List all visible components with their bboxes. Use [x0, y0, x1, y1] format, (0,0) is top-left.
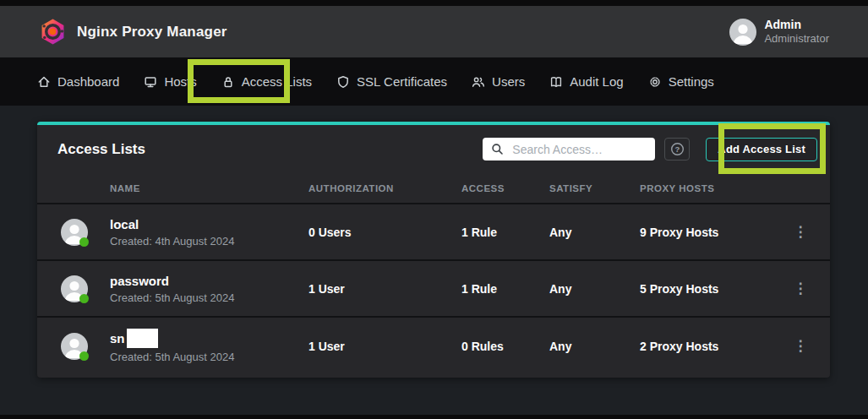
user-menu[interactable]: Admin Administrator [729, 18, 829, 46]
panel-header: Access Lists ? Add Access List [37, 125, 830, 173]
nav-item-ssl-certificates[interactable]: SSL Certificates [336, 74, 447, 89]
svg-text:?: ? [674, 144, 680, 154]
nav-label: Audit Log [570, 74, 623, 89]
nav-item-access-lists[interactable]: Access Lists [221, 74, 312, 89]
brand-link[interactable]: Nginx Proxy Manager [41, 19, 227, 45]
user-role: Administrator [764, 32, 829, 46]
access-value: 1 Rule [461, 226, 549, 239]
authorization-value: 0 Users [308, 226, 461, 239]
table-header-row: Name Authorization Access Satisfy Proxy … [37, 173, 830, 204]
add-access-list-button[interactable]: Add Access List [706, 138, 817, 161]
nav-item-dashboard[interactable]: Dashboard [37, 74, 119, 89]
access-value: 1 Rule [461, 282, 549, 296]
access-list-name: local [110, 216, 139, 233]
created-date: Created: 4th August 2024 [110, 235, 308, 248]
search-box [483, 138, 655, 161]
app-header: Nginx Proxy Manager Admin Administrator [0, 6, 868, 57]
nav-item-hosts[interactable]: Hosts [144, 74, 196, 89]
column-header-access: Access [461, 183, 549, 193]
nav-label: Users [492, 74, 525, 89]
satisfy-value: Any [549, 226, 640, 239]
nav-item-settings[interactable]: Settings [648, 74, 714, 89]
nav-label: Dashboard [57, 74, 119, 89]
nav-item-audit-log[interactable]: Audit Log [549, 74, 623, 89]
nav-label: Hosts [164, 74, 196, 89]
access-lists-panel: Access Lists ? Add Access List Name Auth… [37, 122, 830, 378]
row-menu-kebab-icon[interactable]: ⋮ [787, 280, 815, 297]
table-row-redacted[interactable]: sn Created: 5th August 2024 1 User 0 Rul… [37, 318, 830, 374]
window-top-edge [0, 0, 868, 6]
proxy-hosts-value: 2 Proxy Hosts [640, 340, 771, 353]
access-list-avatar [61, 219, 88, 246]
app-title: Nginx Proxy Manager [77, 24, 227, 41]
online-status-dot [79, 237, 89, 247]
user-avatar [729, 19, 756, 46]
window-bottom-edge [0, 415, 868, 419]
access-list-name: sn [110, 330, 125, 347]
satisfy-value: Any [549, 340, 640, 353]
access-value: 0 Rules [461, 340, 549, 353]
nav-item-users[interactable]: Users [472, 74, 525, 89]
online-status-dot [79, 351, 89, 361]
column-header-name: Name [110, 183, 308, 193]
search-input[interactable] [483, 138, 655, 161]
shield-icon [336, 75, 350, 89]
access-list-name: password [110, 273, 169, 290]
monitor-icon [144, 75, 157, 89]
column-header-satisfy: Satisfy [549, 183, 640, 193]
table-row-password[interactable]: password Created: 5th August 2024 1 User… [37, 261, 830, 318]
search-icon [491, 143, 504, 155]
page-title: Access Lists [57, 141, 473, 158]
users-icon [472, 75, 485, 89]
nginx-proxy-manager-logo-icon [41, 19, 65, 45]
proxy-hosts-value: 9 Proxy Hosts [640, 226, 771, 239]
book-icon [549, 75, 563, 89]
proxy-hosts-value: 5 Proxy Hosts [640, 282, 771, 296]
nav-label: Access Lists [242, 74, 312, 89]
created-date: Created: 5th August 2024 [110, 351, 308, 363]
row-menu-kebab-icon[interactable]: ⋮ [787, 337, 815, 355]
satisfy-value: Any [549, 282, 640, 296]
online-status-dot [79, 294, 89, 303]
column-header-authorization: Authorization [308, 183, 461, 193]
access-list-avatar [61, 333, 88, 360]
redaction-box [127, 329, 158, 348]
table-row-local[interactable]: local Created: 4th August 2024 0 Users 1… [37, 204, 830, 261]
gear-icon [648, 75, 662, 89]
nav-label: Settings [669, 74, 714, 89]
help-button[interactable]: ? [664, 138, 690, 161]
question-mark-icon: ? [670, 142, 685, 156]
user-name: Admin [764, 18, 829, 33]
home-icon [37, 75, 51, 89]
authorization-value: 1 User [308, 282, 461, 296]
lock-icon [221, 75, 235, 89]
authorization-value: 1 User [308, 340, 461, 353]
column-header-proxy-hosts: Proxy Hosts [640, 183, 771, 193]
main-nav: Dashboard Hosts Access Lists SSL Certifi… [0, 57, 868, 106]
access-list-avatar [61, 275, 88, 302]
row-menu-kebab-icon[interactable]: ⋮ [787, 223, 815, 241]
nav-label: SSL Certificates [357, 74, 447, 89]
created-date: Created: 5th August 2024 [110, 291, 308, 304]
